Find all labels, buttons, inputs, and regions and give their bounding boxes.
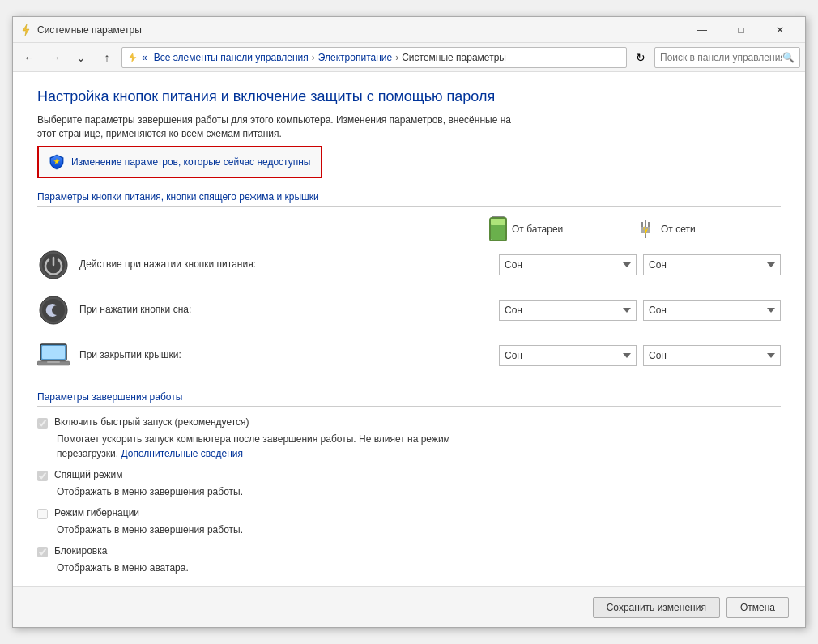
lock-checkbox[interactable] <box>37 547 48 557</box>
power-row-2-dropdowns: Сон Завершение работы Гибернация Ничего … <box>499 345 781 366</box>
highlight-box: Изменение параметров, которые сейчас нед… <box>37 146 322 178</box>
lock-desc: Отображать в меню аватара. <box>57 561 781 575</box>
breadcrumb-3[interactable]: Электропитание <box>318 52 392 63</box>
close-button[interactable]: ✕ <box>761 19 799 41</box>
page-subtitle: Выберите параметры завершения работы для… <box>37 113 781 141</box>
more-info-link[interactable]: Дополнительные сведения <box>121 448 242 459</box>
shield-icon <box>49 154 65 170</box>
power-row-1: При нажатии кнопки сна: Сон Завершение р… <box>37 294 781 326</box>
sleep-desc: Отображать в меню завершения работы. <box>57 484 781 499</box>
lid-icon <box>37 339 70 372</box>
fast-boot-checkbox[interactable] <box>37 418 48 429</box>
plugged-header-label: От сети <box>661 224 696 235</box>
search-icon: 🔍 <box>782 52 795 63</box>
main-content: Настройка кнопок питания и включение защ… <box>13 72 805 586</box>
power-row-0-label: Действие при нажатии кнопки питания: <box>79 258 499 271</box>
plugged-header: От сети <box>635 216 781 242</box>
hibernate-desc: Отображать в меню завершения работы. <box>57 522 781 537</box>
footer: Сохранить изменения Отмена <box>13 586 805 627</box>
search-box[interactable]: 🔍 <box>654 47 800 68</box>
power-row-0-plugged-select[interactable]: Сон Завершение работы Гибернация Ничего … <box>643 254 781 275</box>
power-row-1-label: При нажатии кнопки сна: <box>79 303 499 317</box>
window-icon <box>19 23 32 36</box>
search-input[interactable] <box>660 52 782 63</box>
svg-rect-18 <box>42 346 65 359</box>
sleep-label: Спящий режим <box>54 469 122 480</box>
hibernate-row: Режим гибернации <box>37 507 781 519</box>
battery-header-label: От батареи <box>512 224 563 235</box>
sleep-checkbox[interactable] <box>37 471 48 481</box>
sleep-icon <box>37 294 70 326</box>
power-row-0-dropdowns: Сон Завершение работы Гибернация Ничего … <box>499 254 781 275</box>
minimize-button[interactable]: — <box>684 19 721 41</box>
battery-icon <box>489 216 507 242</box>
breadcrumb-4: Системные параметры <box>402 52 506 63</box>
title-bar: Системные параметры — □ ✕ <box>13 17 805 43</box>
power-table-header: От батареи От сети <box>37 216 781 242</box>
window-title: Системные параметры <box>37 24 684 36</box>
lock-label: Блокировка <box>54 545 107 557</box>
shutdown-section: Параметры завершения работы Включить быс… <box>37 391 781 575</box>
back-button[interactable]: ← <box>18 47 40 68</box>
page-title: Настройка кнопок питания и включение защ… <box>37 88 781 105</box>
sleep-row: Спящий режим <box>37 469 781 481</box>
lock-row: Блокировка <box>37 545 781 557</box>
battery-header: От батареи <box>489 216 635 242</box>
address-path: « Все элементы панели управления › Элект… <box>121 47 627 68</box>
fast-boot-label: Включить быстрый запуск (рекомендуется) <box>54 416 249 428</box>
forward-button[interactable]: → <box>44 47 66 68</box>
power-row-2: При закрытии крышки: Сон Завершение рабо… <box>37 339 781 372</box>
hibernate-checkbox[interactable] <box>37 509 48 519</box>
power-row-0-battery-select[interactable]: Сон Завершение работы Гибернация Ничего … <box>499 254 637 275</box>
refresh-button[interactable]: ↻ <box>630 47 651 68</box>
fast-boot-row: Включить быстрый запуск (рекомендуется) <box>37 416 781 429</box>
change-settings-link[interactable]: Изменение параметров, которые сейчас нед… <box>71 156 311 168</box>
save-button[interactable]: Сохранить изменения <box>593 597 720 618</box>
power-row-2-plugged-select[interactable]: Сон Завершение работы Гибернация Ничего … <box>643 345 781 366</box>
main-window: Системные параметры — □ ✕ ← → ⌄ ↑ « Все … <box>12 16 806 628</box>
breadcrumb-2[interactable]: Все элементы панели управления <box>154 52 309 63</box>
window-controls: — □ ✕ <box>684 19 799 41</box>
power-row-2-label: При закрытии крышки: <box>79 348 499 362</box>
svg-marker-0 <box>23 24 29 36</box>
power-row-1-dropdowns: Сон Завершение работы Гибернация Ничего … <box>499 300 781 321</box>
breadcrumb-1[interactable]: « <box>142 52 147 63</box>
maximize-button[interactable]: □ <box>722 19 760 41</box>
svg-marker-1 <box>130 52 137 62</box>
power-row-2-battery-select[interactable]: Сон Завершение работы Гибернация Ничего … <box>499 345 637 366</box>
power-row-0: Действие при нажатии кнопки питания: Сон… <box>37 249 781 281</box>
up-button[interactable]: ↑ <box>96 47 118 68</box>
cancel-button[interactable]: Отмена <box>726 597 789 618</box>
address-bar: ← → ⌄ ↑ « Все элементы панели управления… <box>13 43 805 72</box>
plug-icon <box>635 219 656 240</box>
fast-boot-desc: Помогает ускорить запуск компьютера посл… <box>57 432 781 461</box>
power-icon <box>37 249 70 281</box>
svg-rect-20 <box>47 361 60 363</box>
power-table: От батареи От сети <box>37 216 781 372</box>
power-row-1-battery-select[interactable]: Сон Завершение работы Гибернация Ничего … <box>499 300 637 321</box>
svg-point-16 <box>42 299 65 322</box>
dropdown-button[interactable]: ⌄ <box>70 47 92 68</box>
power-row-1-plugged-select[interactable]: Сон Завершение работы Гибернация Ничего … <box>643 300 781 321</box>
hibernate-label: Режим гибернации <box>54 507 139 518</box>
svg-rect-6 <box>491 219 505 225</box>
section2-label: Параметры завершения работы <box>37 391 781 407</box>
section1-label: Параметры кнопки питания, кнопки спящего… <box>37 191 781 207</box>
